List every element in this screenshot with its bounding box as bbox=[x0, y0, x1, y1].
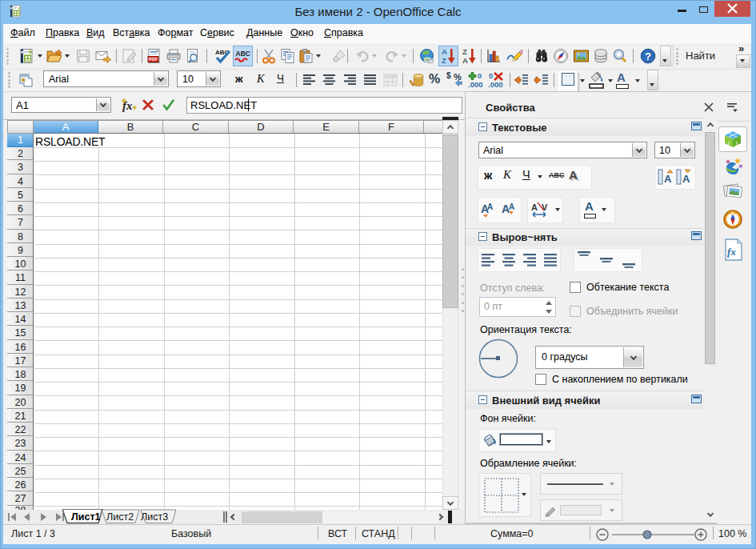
svg-text:N: N bbox=[731, 211, 734, 216]
svg-text:Z: Z bbox=[442, 56, 446, 65]
svg-text:Лист2: Лист2 bbox=[106, 511, 134, 523]
svg-text:ABC: ABC bbox=[236, 50, 250, 58]
svg-text:?: ? bbox=[645, 50, 651, 62]
svg-text:%: % bbox=[454, 72, 462, 82]
svg-text:A: A bbox=[509, 202, 514, 211]
svg-text:$: $ bbox=[446, 71, 451, 80]
svg-text:.000: .000 bbox=[488, 80, 503, 89]
svg-text:.000: .000 bbox=[468, 80, 483, 89]
svg-text:Z: Z bbox=[462, 47, 467, 56]
svg-text:PDF: PDF bbox=[149, 57, 158, 62]
svg-text:A: A bbox=[531, 202, 538, 212]
svg-text:fx: fx bbox=[727, 246, 736, 258]
svg-text:A: A bbox=[442, 47, 447, 56]
svg-text:V: V bbox=[542, 202, 548, 212]
svg-text:0: 0 bbox=[489, 72, 493, 80]
svg-text:A: A bbox=[487, 202, 493, 211]
svg-text:A: A bbox=[664, 173, 672, 185]
svg-text:Лист1: Лист1 bbox=[71, 511, 101, 523]
svg-text:A: A bbox=[462, 56, 468, 65]
svg-text:0: 0 bbox=[478, 72, 482, 80]
svg-text:A: A bbox=[682, 173, 690, 185]
svg-text:Лист3: Лист3 bbox=[141, 511, 168, 523]
